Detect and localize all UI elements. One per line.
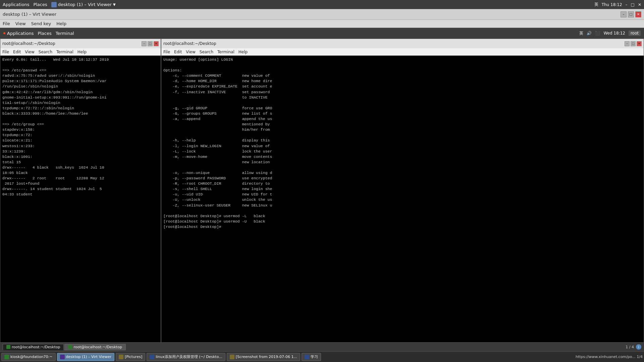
taskbar-item-1[interactable]: desktop (1) – Virt Viewer (57, 353, 115, 361)
terminal-tab-1[interactable]: root@localhost:~/Desktop (64, 344, 125, 350)
lang-indicator: 英 (594, 2, 598, 7)
page-number: 1 / 4 (626, 345, 634, 349)
guest-topbar-right: 英 🔊 ⬛ Wed 18:12 root (579, 31, 641, 36)
term-right-menu-view[interactable]: View (186, 50, 195, 54)
terminal-right-content: Usage: usermod [options] LOGIN Options: … (163, 57, 642, 230)
taskbar-item-0[interactable]: kiosk@foundation70:~ (1, 353, 56, 361)
virt-viewer-menu-file[interactable]: File (3, 21, 10, 26)
virt-viewer-titlebar: desktop (1) – Virt Viewer – □ ✕ (0, 9, 644, 20)
terminal-left-title: root@localhost:~/Desktop (2, 41, 55, 46)
term-right-menu-help[interactable]: Help (238, 50, 248, 54)
system-top-bar: Applications Places desktop (1) – Virt V… (0, 0, 644, 9)
applications-menu[interactable]: Applications (3, 2, 29, 7)
taskbar-icon-terminal (4, 355, 9, 359)
terminal-right-maximize-btn[interactable]: □ (631, 41, 636, 46)
guest-clock: Wed 18:12 (603, 31, 625, 36)
term-left-menu-edit[interactable]: Edit (13, 50, 21, 54)
term-right-menu-terminal[interactable]: Terminal (217, 50, 234, 54)
info-icon[interactable]: i (636, 344, 641, 350)
terminal-left: root@localhost:~/Desktop – □ ✕ File Edit… (0, 39, 161, 343)
terminal-left-body[interactable]: Every 6.0s: tail... Wed Jul 10 18:12:37 … (0, 56, 161, 342)
maximize-host-btn[interactable]: □ (631, 2, 635, 7)
minimize-host-btn[interactable]: – (626, 2, 628, 7)
active-window-title: desktop (1) – Virt Viewer ▼ (51, 2, 116, 7)
term-right-menu-edit[interactable]: Edit (174, 50, 182, 54)
terminal-right: root@localhost:~/Desktop – □ ✕ File Edit… (161, 39, 644, 343)
guest-places-btn[interactable]: Places (38, 31, 51, 36)
vm-content: Applications Places Terminal 英 🔊 ⬛ Wed 1… (0, 28, 644, 351)
terminal-right-title: root@localhost:~/Desktop (163, 41, 216, 46)
terminal-bottombar: root@localhost:~/Desktop root@localhost:… (0, 343, 644, 351)
terminal-right-close-btn[interactable]: ✕ (637, 41, 642, 46)
terminal-tabs: root@localhost:~/Desktop root@localhost:… (3, 344, 126, 350)
virt-viewer-menu-view[interactable]: View (15, 21, 26, 26)
taskbar-url: https://www.xinhuanet.com/po... 1/4 (576, 355, 643, 359)
terminal-left-maximize-btn[interactable]: □ (148, 41, 153, 46)
term-right-menu-file[interactable]: File (163, 50, 170, 54)
terminal-right-body[interactable]: Usage: usermod [options] LOGIN Options: … (161, 56, 644, 342)
terminal-tab-0[interactable]: root@localhost:~/Desktop (3, 344, 64, 350)
terminal-left-close-btn[interactable]: ✕ (154, 41, 159, 46)
terminal-right-titlebar: root@localhost:~/Desktop – □ ✕ (161, 39, 644, 48)
guest-volume-icon: 🔊 (587, 31, 592, 36)
virt-viewer-titlebar-buttons: – □ ✕ (621, 11, 641, 17)
taskbar-item-5[interactable]: 学习 (302, 353, 321, 361)
tab-icon-0 (6, 345, 10, 349)
term-left-menu-search[interactable]: Search (39, 50, 52, 54)
virt-viewer-maximize-btn[interactable]: □ (628, 11, 634, 17)
terminal-right-minimize-btn[interactable]: – (625, 41, 630, 46)
term-right-menu-search[interactable]: Search (200, 50, 213, 54)
terminal-page-info: 1 / 4 i (626, 344, 641, 350)
guest-user: root (629, 31, 641, 36)
guest-lang: 英 (579, 31, 583, 36)
taskbar-item-2[interactable]: [Pictures] (116, 353, 145, 361)
terminal-right-buttons: – □ ✕ (625, 41, 642, 46)
virt-viewer-menu-help[interactable]: Help (56, 21, 66, 26)
tab-icon-1 (68, 345, 72, 349)
taskbar-icon-files (119, 355, 123, 359)
term-left-menu-terminal[interactable]: Terminal (56, 50, 73, 54)
virt-viewer-menubar: File View Send key Help (0, 20, 644, 28)
taskbar-right: https://www.xinhuanet.com/po... 1/4 (576, 355, 643, 359)
places-menu[interactable]: Places (33, 2, 47, 7)
terminal-left-content: Every 6.0s: tail... Wed Jul 10 18:12:37 … (2, 57, 159, 197)
apps-dot-icon (3, 32, 5, 34)
taskbar-icon-study (305, 355, 309, 359)
taskbar-item-4[interactable]: [Screenshot from 2019-07-06 1... (227, 353, 300, 361)
guest-terminal-btn[interactable]: Terminal (56, 31, 74, 36)
virt-viewer-title: desktop (1) – Virt Viewer (3, 12, 56, 17)
virt-viewer-minimize-btn[interactable]: – (621, 11, 627, 17)
terminal-left-titlebar: root@localhost:~/Desktop – □ ✕ (0, 39, 161, 48)
terminal-right-menubar: File Edit View Search Terminal Help (161, 48, 644, 56)
term-left-menu-help[interactable]: Help (77, 50, 87, 54)
guest-topbar-left: Applications Places Terminal (3, 31, 74, 36)
taskbar-icon-screenshot (230, 355, 234, 359)
taskbar: kiosk@foundation70:~ desktop (1) – Virt … (0, 351, 644, 362)
term-left-menu-file[interactable]: File (2, 50, 9, 54)
taskbar-icon-browser (150, 355, 154, 359)
terminals-container: root@localhost:~/Desktop – □ ✕ File Edit… (0, 39, 644, 343)
taskbar-item-3[interactable]: linux添加用户及权限管理 (~/ Deskto... (147, 353, 225, 361)
guest-screen-icon: ⬛ (595, 31, 600, 36)
system-top-bar-right: 英 Thu 18:12 – □ ✕ (594, 2, 641, 7)
guest-topbar: Applications Places Terminal 英 🔊 ⬛ Wed 1… (0, 28, 644, 39)
virt-viewer-menu-sendkey[interactable]: Send key (31, 21, 51, 26)
taskbar-icon-screen (60, 355, 65, 359)
system-top-bar-left: Applications Places desktop (1) – Virt V… (3, 2, 116, 7)
clock: Thu 18:12 (602, 2, 622, 7)
terminal-left-minimize-btn[interactable]: – (142, 41, 147, 46)
close-host-btn[interactable]: ✕ (638, 2, 641, 7)
virt-viewer-close-btn[interactable]: ✕ (635, 11, 641, 17)
terminal-left-menubar: File Edit View Search Terminal Help (0, 48, 161, 56)
term-left-menu-view[interactable]: View (25, 50, 34, 54)
terminal-left-buttons: – □ ✕ (142, 41, 159, 46)
guest-applications-btn[interactable]: Applications (3, 31, 34, 36)
